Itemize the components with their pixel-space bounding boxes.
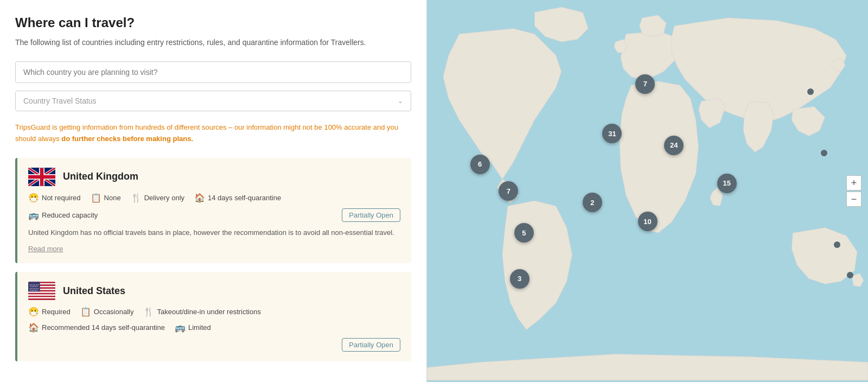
us-testing-item: 📋 Occasionally [80, 307, 134, 317]
us-mask-label: Required [42, 308, 71, 316]
search-input-wrap[interactable] [15, 61, 411, 83]
warning-link[interactable]: do further checks before making plans. [61, 135, 193, 143]
us-mask-icon: 😷 [28, 307, 39, 317]
cluster-count: 15 [723, 179, 731, 187]
uk-quarantine-item: 🏠 14 days self-quarantine [194, 193, 281, 203]
cluster-15[interactable]: 15 [717, 174, 737, 193]
dot-marker-4[interactable] [847, 272, 853, 278]
us-mask-item: 😷 Required [28, 307, 71, 317]
uk-extra-row: 🚌 Reduced capacity Partially Open [28, 208, 400, 222]
us-transport-icon: 🚌 [175, 322, 186, 333]
page-subtitle: The following list of countries includin… [15, 37, 411, 48]
uk-restaurant-item: 🍴 Delivery only [131, 193, 184, 203]
uk-mask-item: 😷 Not required [28, 193, 81, 203]
us-country-name: United States [63, 285, 125, 297]
cluster-count: 7 [507, 187, 510, 195]
cluster-count: 5 [522, 229, 526, 237]
cluster-6[interactable]: 6 [470, 155, 490, 174]
cluster-count: 10 [643, 218, 651, 226]
map-panel: 7 31 24 6 7 5 3 2 10 15 + − [427, 0, 868, 382]
dot-marker-2[interactable] [821, 150, 827, 156]
country-card-uk: United Kingdom 😷 Not required 📋 None 🍴 D… [15, 158, 411, 264]
svg-rect-17 [28, 293, 55, 295]
transport-icon: 🚌 [28, 210, 39, 220]
svg-rect-21 [28, 298, 55, 300]
cluster-count: 6 [478, 160, 482, 168]
world-map-svg [427, 0, 868, 382]
svg-rect-18 [28, 295, 55, 296]
page-title: Where can I travel? [15, 15, 411, 30]
us-icons-row-2: 🏠 Recommended 14 days self-quarantine 🚌 … [28, 322, 400, 333]
uk-transport-item: 🚌 Reduced capacity [28, 210, 98, 220]
us-transport-item: 🚌 Limited [175, 322, 211, 333]
cluster-count: 2 [590, 199, 594, 207]
us-testing-icon: 📋 [80, 307, 91, 317]
us-header: ★★★★★★ ★★★★★ ★★★★★★ ★★★★★ United States [28, 282, 400, 300]
uk-read-more[interactable]: Read more [28, 245, 63, 253]
uk-icons-row: 😷 Not required 📋 None 🍴 Delivery only 🏠 … [28, 193, 400, 203]
uk-country-name: United Kingdom [63, 171, 138, 182]
map-container: 7 31 24 6 7 5 3 2 10 15 + − [427, 0, 868, 382]
cluster-3[interactable]: 3 [510, 269, 529, 289]
svg-rect-20 [28, 297, 55, 299]
cluster-5[interactable]: 5 [514, 223, 534, 243]
uk-restaurant-label: Delivery only [144, 194, 184, 202]
uk-testing-item: 📋 None [91, 193, 121, 203]
mask-icon: 😷 [28, 193, 39, 203]
chevron-down-icon: ⌄ [398, 97, 403, 105]
testing-icon: 📋 [91, 193, 101, 203]
uk-testing-label: None [104, 194, 121, 202]
cluster-count: 7 [643, 80, 647, 88]
svg-rect-19 [28, 296, 55, 297]
us-icons-row: 😷 Required 📋 Occasionally 🍴 Takeout/dine… [28, 307, 400, 317]
us-quarantine-label: Recommended 14 days self-quarantine [42, 323, 165, 332]
uk-transport-label: Reduced capacity [42, 211, 98, 219]
cluster-7[interactable]: 7 [635, 74, 655, 94]
warning-text: TripsGuard is getting information from h… [15, 122, 411, 145]
svg-text:★★★★★: ★★★★★ [30, 289, 38, 291]
us-testing-label: Occasionally [94, 308, 134, 316]
cluster-2[interactable]: 2 [583, 193, 602, 212]
svg-rect-16 [28, 292, 55, 294]
dot-marker-3[interactable] [834, 241, 840, 248]
quarantine-icon: 🏠 [194, 193, 205, 203]
uk-flag [28, 168, 55, 186]
status-dropdown[interactable]: Country Travel Status ⌄ [15, 91, 411, 111]
left-panel: Where can I travel? The following list o… [0, 0, 427, 382]
zoom-in-button[interactable]: + [846, 175, 861, 190]
uk-mask-label: Not required [42, 194, 81, 202]
cluster-count: 31 [608, 130, 616, 138]
cluster-count: 24 [670, 141, 678, 149]
uk-description: United Kingdom has no official travels b… [28, 227, 400, 239]
us-quarantine-icon: 🏠 [28, 322, 39, 333]
dot-marker-1[interactable] [807, 88, 814, 95]
us-restaurant-label: Takeout/dine-in under restrictions [157, 308, 261, 316]
zoom-out-button[interactable]: − [846, 192, 861, 207]
map-controls: + − [846, 175, 861, 207]
us-quarantine-item: 🏠 Recommended 14 days self-quarantine [28, 322, 165, 333]
uk-status-badge[interactable]: Partially Open [342, 208, 400, 222]
us-restaurant-item: 🍴 Takeout/dine-in under restrictions [143, 307, 261, 317]
country-card-us: ★★★★★★ ★★★★★ ★★★★★★ ★★★★★ United States … [15, 272, 411, 361]
cluster-24[interactable]: 24 [664, 136, 684, 155]
us-transport-label: Limited [188, 323, 211, 332]
cluster-10[interactable]: 10 [638, 212, 658, 231]
us-status-badge[interactable]: Partially Open [342, 338, 400, 352]
svg-rect-8 [28, 175, 55, 179]
us-flag: ★★★★★★ ★★★★★ ★★★★★★ ★★★★★ [28, 282, 55, 300]
uk-header: United Kingdom [28, 168, 400, 186]
search-input[interactable] [23, 68, 403, 77]
restaurant-icon: 🍴 [131, 193, 142, 203]
cluster-31[interactable]: 31 [602, 124, 622, 143]
cluster-7b[interactable]: 7 [499, 181, 518, 201]
us-restaurant-icon: 🍴 [143, 307, 154, 317]
cluster-count: 3 [518, 275, 521, 283]
uk-quarantine-label: 14 days self-quarantine [208, 194, 281, 202]
dropdown-label: Country Travel Status [23, 97, 97, 105]
